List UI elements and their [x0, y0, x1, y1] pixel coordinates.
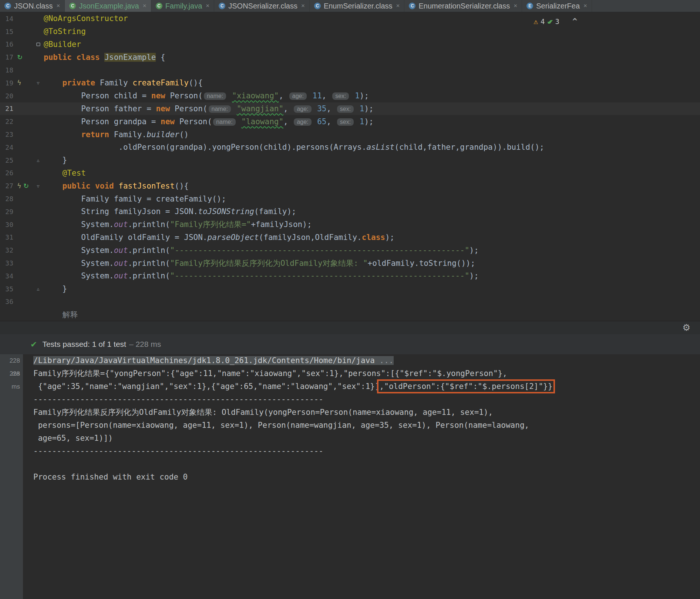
code-line-22[interactable]: 22 Person grandpa = new Person(name: "la…: [0, 115, 700, 128]
checks-passed-icon: ✔✔: [548, 17, 550, 26]
console-text: /Library/Java/JavaVirtualMachines/jdk1.8…: [33, 356, 375, 365]
tab-jsonexample-java[interactable]: CJsonExample.java×: [65, 0, 151, 12]
console-line: Family序列化结果反序列化为OldFamily对象结果: OldFamily…: [33, 406, 700, 419]
close-tab-icon[interactable]: ×: [514, 2, 517, 10]
tab-json-class[interactable]: CJSON.class×: [0, 0, 65, 12]
close-tab-icon[interactable]: ×: [301, 2, 305, 10]
code-line-32[interactable]: 32 System.out.println("-----------------…: [0, 244, 700, 257]
editor-gutter: [0, 308, 44, 321]
code-line-34[interactable]: 34 System.out.println("-----------------…: [0, 270, 700, 282]
code-token: public: [44, 53, 72, 62]
editor-gutter: 24: [0, 141, 44, 154]
tab-enumerationserializer-class[interactable]: CEnumerationSerializer.class×: [404, 0, 522, 12]
fold-marker[interactable]: [33, 41, 43, 47]
code-line-inlay[interactable]: 解释: [0, 308, 700, 321]
code-line-31[interactable]: 31 OldFamily oldFamily = JSON.parseObjec…: [0, 231, 700, 244]
code-line-36[interactable]: 36: [0, 295, 700, 308]
code-token: [44, 130, 81, 139]
code-line-33[interactable]: 33 System.out.println("Family序列化结果反序列化为O…: [0, 257, 700, 270]
line-number: 15: [0, 28, 13, 35]
console-text: ----------------------------------------…: [33, 447, 323, 456]
code-line-23[interactable]: 23 return Family.builder(): [0, 128, 700, 141]
code-line-25[interactable]: 25▵ }: [0, 154, 700, 167]
code-line-29[interactable]: 29 String familyJson = JSON.toJSONString…: [0, 205, 700, 218]
code-line-14[interactable]: 14@NoArgsConstructor: [0, 12, 700, 25]
tab-label: JsonExample.java: [79, 2, 139, 10]
code-text: @NoArgsConstructor: [44, 14, 128, 23]
code-token: Person child =: [44, 91, 151, 100]
code-text: public class JsonExample {: [44, 53, 165, 62]
lightning-icon[interactable]: ϟ: [17, 183, 21, 189]
tab-serializerfea[interactable]: ESerializerFea×: [522, 0, 592, 12]
code-token: );: [364, 117, 373, 126]
parameter-hint-chip: sex:: [332, 92, 349, 100]
test-status-bar: ✔ Tests passed: 1 of 1 test – 228 ms: [0, 334, 700, 354]
code-token: [232, 104, 237, 113]
code-editor[interactable]: 14@NoArgsConstructor15@ToString16@Builde…: [0, 12, 700, 321]
close-tab-icon[interactable]: ×: [56, 2, 60, 10]
close-tab-icon[interactable]: ×: [396, 2, 400, 10]
code-token: [44, 78, 63, 87]
tab-label: JSONSerializer.class: [228, 2, 297, 10]
code-line-18[interactable]: 18: [0, 64, 700, 77]
chevron-up-icon[interactable]: ^: [572, 17, 577, 26]
fold-marker[interactable]: ▵: [33, 286, 43, 292]
code-line-24[interactable]: 24 .oldPerson(grandpa).yongPerson(child)…: [0, 141, 700, 154]
editor-gutter: 18: [0, 64, 44, 77]
code-token: );: [360, 91, 369, 100]
test-duration-label: 228 ms: [0, 367, 23, 380]
close-tab-icon[interactable]: ×: [143, 2, 147, 10]
fold-marker[interactable]: ▿: [33, 183, 43, 189]
code-text: System.out.println("--------------------…: [44, 246, 479, 255]
lightning-icon[interactable]: ϟ: [17, 79, 21, 86]
code-line-21[interactable]: 21 Person father = new Person(name: "wan…: [0, 102, 700, 115]
code-token: .println(: [128, 271, 170, 280]
code-line-15[interactable]: 15@ToString: [0, 25, 700, 38]
code-token: @NoArgsConstructor: [44, 14, 128, 23]
code-line-26[interactable]: 26 @Test: [0, 167, 700, 180]
fold-marker[interactable]: ▿: [33, 80, 43, 86]
checks-passed-count: 3: [555, 17, 559, 26]
code-lines: 14@NoArgsConstructor15@ToString16@Builde…: [0, 12, 700, 321]
console-text: {"age":35,"name":"wangjian","sex":1},{"a…: [33, 382, 380, 391]
rerun-test-icon[interactable]: ↻: [23, 183, 29, 189]
tab-label: Family.java: [165, 2, 202, 10]
class-file-icon: C: [4, 3, 11, 9]
tab-jsonserializer-class[interactable]: CJSONSerializer.class×: [214, 0, 310, 12]
line-number: 32: [0, 246, 13, 254]
tab-enumserializer-class[interactable]: CEnumSerializer.class×: [310, 0, 405, 12]
line-number: 24: [0, 143, 13, 151]
code-token: [355, 117, 360, 126]
rerun-test-icon[interactable]: ↻: [17, 54, 23, 61]
fold-marker[interactable]: ▵: [33, 157, 43, 163]
code-line-28[interactable]: 28 Family family = createFamily();: [0, 192, 700, 205]
close-tab-icon[interactable]: ×: [583, 2, 587, 10]
code-line-35[interactable]: 35▵ }: [0, 282, 700, 295]
settings-gear-icon[interactable]: ⚙: [682, 322, 690, 333]
code-token: .println(: [128, 246, 170, 255]
tab-family-java[interactable]: CFamily.java×: [151, 0, 215, 12]
console-output[interactable]: /Library/Java/JavaVirtualMachines/jdk1.8…: [23, 354, 700, 484]
line-number: 31: [0, 233, 13, 241]
console-line: age=65, sex=1)]): [33, 432, 700, 445]
class-file-icon: C: [409, 3, 415, 9]
code-line-19[interactable]: 19ϟ▿ private Family createFamily(){: [0, 77, 700, 89]
code-token: out: [114, 271, 128, 280]
code-token: Person father =: [44, 104, 156, 113]
code-line-20[interactable]: 20 Person child = new Person(name: "xiao…: [0, 89, 700, 102]
code-line-30[interactable]: 30 System.out.println("Family序列化结果="+fam…: [0, 218, 700, 231]
test-duration-gutter: 228 ms228 ms: [0, 354, 23, 599]
line-number: 14: [0, 15, 13, 23]
test-class-file-icon: C: [156, 3, 162, 9]
code-token: [355, 104, 360, 113]
code-token: Person(: [165, 91, 203, 100]
code-text: System.out.println("--------------------…: [44, 271, 479, 280]
code-line-17[interactable]: 17↻public class JsonExample {: [0, 51, 700, 64]
code-line-27[interactable]: 27ϟ↻▿ public void fastJsonTest(){: [0, 179, 700, 192]
inspections-widget[interactable]: ⚠ 4 ✔✔ 3 ^: [534, 17, 577, 26]
close-tab-icon[interactable]: ×: [206, 2, 209, 10]
tab-label: SerializerFea: [536, 2, 580, 10]
editor-gutter: 23: [0, 128, 44, 141]
code-line-16[interactable]: 16@Builder: [0, 38, 700, 51]
code-token: ,: [283, 117, 293, 126]
